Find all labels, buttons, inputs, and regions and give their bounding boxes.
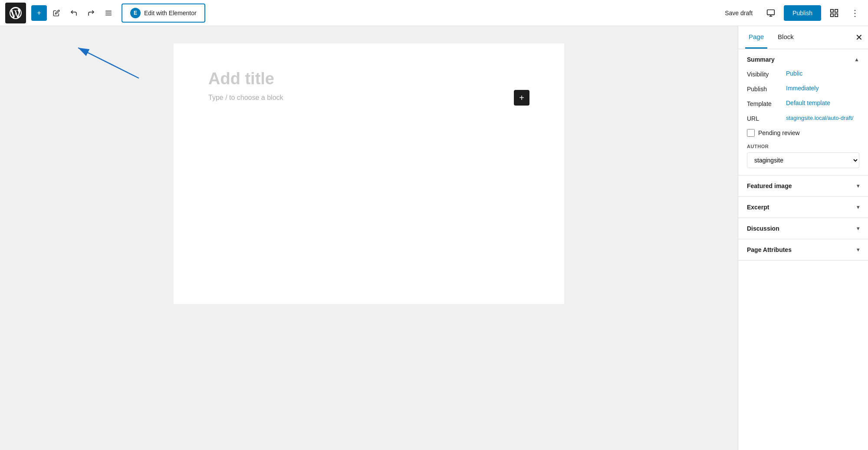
excerpt-chevron-icon: ▾: [857, 204, 859, 210]
publish-row: Publish Immediately: [747, 85, 859, 93]
visibility-row: Visibility Public: [747, 70, 859, 78]
url-row: URL stagingsite.local/auto-draft/: [747, 114, 859, 122]
tab-page[interactable]: Page: [745, 26, 767, 49]
page-attributes-section: Page Attributes ▾: [738, 239, 868, 261]
block-placeholder: Type / to choose a block: [208, 94, 283, 102]
url-label: URL: [747, 114, 786, 122]
publish-label: Publish: [747, 85, 786, 93]
settings-button[interactable]: [826, 5, 842, 21]
svg-rect-6: [831, 9, 833, 12]
summary-chevron-up-icon: ▲: [854, 56, 859, 63]
add-block-toolbar-button[interactable]: +: [31, 5, 47, 21]
discussion-chevron-icon: ▾: [857, 225, 859, 232]
author-section: AUTHOR stagingsite: [747, 144, 859, 168]
excerpt-section: Excerpt ▾: [738, 197, 868, 218]
arrow-annotation: [35, 39, 148, 83]
template-row: Template Default template: [747, 99, 859, 107]
featured-image-section: Featured image ▾: [738, 175, 868, 197]
elementor-icon: E: [130, 8, 141, 18]
editor-canvas: Add title Type / to choose a block +: [174, 43, 564, 304]
summary-section-header[interactable]: Summary ▲: [738, 49, 868, 70]
discussion-header[interactable]: Discussion ▾: [738, 218, 868, 239]
pending-review-row: Pending review: [747, 129, 859, 137]
page-attributes-chevron-icon: ▾: [857, 247, 859, 253]
template-value[interactable]: Default template: [786, 99, 830, 106]
more-options-button[interactable]: ⋮: [847, 6, 863, 20]
edit-with-elementor-button[interactable]: E Edit with Elementor: [122, 3, 205, 23]
preview-button[interactable]: [763, 5, 779, 21]
block-area: Type / to choose a block +: [208, 88, 529, 107]
toolbar: +: [0, 0, 868, 26]
summary-section: Summary ▲ Visibility Public Publish Imme…: [738, 49, 868, 175]
svg-rect-3: [767, 10, 775, 15]
featured-image-header[interactable]: Featured image ▾: [738, 175, 868, 196]
excerpt-header[interactable]: Excerpt ▾: [738, 197, 868, 218]
discussion-section: Discussion ▾: [738, 218, 868, 239]
template-label: Template: [747, 99, 786, 107]
publish-value[interactable]: Immediately: [786, 85, 819, 92]
svg-rect-8: [831, 13, 833, 16]
featured-image-chevron-icon: ▾: [857, 183, 859, 189]
redo-button[interactable]: [83, 5, 99, 21]
toolbar-right: Save draft Publish ⋮: [720, 5, 863, 21]
main-area: Add title Type / to choose a block + Pag…: [0, 26, 868, 450]
pending-review-label: Pending review: [758, 129, 800, 136]
toolbar-left: +: [5, 3, 720, 23]
author-label: AUTHOR: [747, 144, 859, 149]
editor-area: Add title Type / to choose a block +: [0, 26, 738, 450]
title-input[interactable]: Add title: [208, 69, 529, 88]
author-select[interactable]: stagingsite: [747, 152, 859, 168]
edit-mode-button[interactable]: [49, 5, 64, 21]
sidebar: Page Block ✕ Summary ▲ Visibility Public: [738, 26, 868, 450]
url-value[interactable]: stagingsite.local/auto-draft/: [786, 114, 853, 122]
add-block-button[interactable]: +: [514, 90, 529, 106]
page-attributes-header[interactable]: Page Attributes ▾: [738, 239, 868, 260]
svg-rect-7: [835, 9, 838, 12]
svg-rect-9: [835, 13, 838, 16]
sidebar-close-button[interactable]: ✕: [855, 33, 863, 42]
save-draft-button[interactable]: Save draft: [720, 7, 758, 19]
sidebar-tabs: Page Block ✕: [738, 26, 868, 49]
summary-section-content: Visibility Public Publish Immediately Te…: [738, 70, 868, 175]
tab-block[interactable]: Block: [774, 26, 797, 49]
visibility-value[interactable]: Public: [786, 70, 802, 77]
undo-button[interactable]: [66, 5, 82, 21]
publish-button[interactable]: Publish: [784, 5, 821, 21]
document-overview-button[interactable]: [101, 5, 116, 21]
wordpress-logo[interactable]: [5, 3, 26, 23]
pending-review-checkbox[interactable]: [747, 129, 755, 137]
visibility-label: Visibility: [747, 70, 786, 78]
